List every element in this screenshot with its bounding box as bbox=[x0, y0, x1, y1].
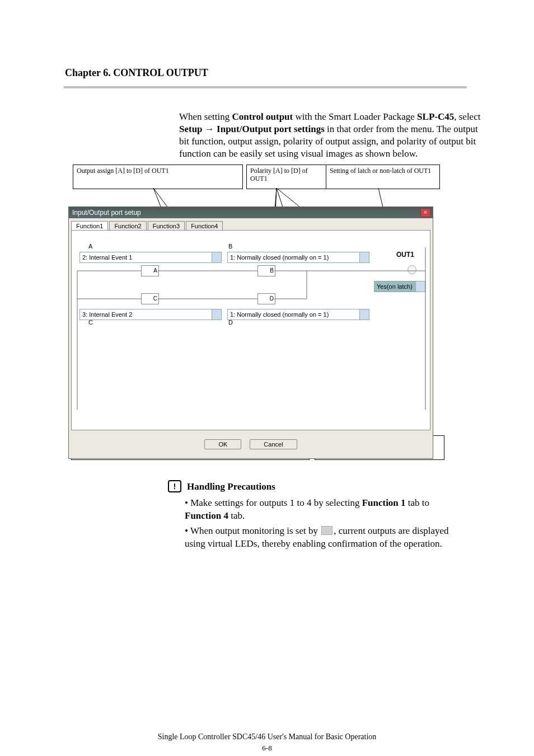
text: tab. bbox=[228, 510, 245, 521]
gate-b: B bbox=[257, 265, 275, 276]
select-polarity-d[interactable]: 1: Normally closed (normally on = 1) bbox=[227, 309, 369, 320]
tab-function4[interactable]: Function4 bbox=[186, 221, 223, 231]
select-d-value: 1: Normally closed (normally on = 1) bbox=[230, 311, 329, 318]
annotation-latch: Setting of latch or non-latch of OUT1 bbox=[326, 165, 440, 189]
page-number: 6-8 bbox=[0, 744, 534, 753]
section-title: Chapter 6. CONTROL OUTPUT bbox=[65, 67, 208, 79]
gate-c: C bbox=[141, 293, 159, 304]
select-b-value: 1: Normally closed (normally on = 1) bbox=[230, 254, 329, 261]
tab-function2[interactable]: Function2 bbox=[109, 221, 146, 231]
chevron-down-icon bbox=[362, 313, 367, 316]
close-icon[interactable]: × bbox=[420, 208, 430, 217]
bold: Function 1 bbox=[362, 497, 406, 508]
chevron-down-icon bbox=[214, 256, 219, 259]
annotation-polarity: Polarity [A] to [D] of OUT1 bbox=[246, 165, 327, 189]
text: → bbox=[203, 124, 217, 134]
text: tab to bbox=[406, 497, 430, 508]
bold: Control output bbox=[232, 111, 293, 122]
monitor-icon bbox=[321, 526, 332, 535]
tab-panel: A B C D 2: Internal Event 1 1: Normally … bbox=[71, 230, 430, 430]
window-titlebar: Input/Output port setup × bbox=[69, 207, 433, 218]
cancel-button[interactable]: Cancel bbox=[250, 439, 297, 449]
text: • When output monitoring is set by bbox=[185, 525, 320, 536]
gate-b-label: B bbox=[270, 267, 274, 274]
intro-paragraph: When setting Control output with the Sma… bbox=[179, 111, 481, 160]
select-output-assign-c[interactable]: 3: Internal Event 2 bbox=[79, 309, 222, 320]
bold: Input/Output port settings bbox=[217, 124, 325, 134]
chevron-down-icon bbox=[362, 256, 367, 259]
header-rule bbox=[64, 86, 467, 88]
bold: Function 4 bbox=[185, 510, 228, 521]
gate-c-label: C bbox=[153, 295, 157, 302]
gate-a: A bbox=[141, 265, 159, 276]
gate-a-label: A bbox=[153, 267, 157, 274]
bold: Setup bbox=[179, 124, 203, 134]
select-polarity-b[interactable]: 1: Normally closed (normally on = 1) bbox=[227, 252, 369, 263]
button-row: OK Cancel bbox=[69, 433, 433, 458]
text: • Make settings for outputs 1 to 4 by se… bbox=[185, 497, 362, 508]
out1-label: OUT1 bbox=[396, 251, 414, 259]
select-latch-value: Yes(on latch) bbox=[377, 283, 413, 290]
chevron-down-icon bbox=[214, 313, 219, 316]
bold: SLP-C45 bbox=[417, 111, 454, 122]
chevron-down-icon bbox=[418, 285, 423, 288]
precautions-heading: Handling Precautions bbox=[187, 481, 275, 492]
ok-button[interactable]: OK bbox=[204, 439, 241, 449]
select-a-value: 2: Internal Event 1 bbox=[82, 254, 132, 261]
text: When setting bbox=[179, 111, 232, 122]
label-b: B bbox=[228, 243, 232, 250]
handling-precautions: !Handling Precautions • Make settings fo… bbox=[168, 480, 459, 550]
tab-function3[interactable]: Function3 bbox=[148, 221, 185, 231]
select-output-assign-a[interactable]: 2: Internal Event 1 bbox=[79, 252, 222, 263]
window-title: Input/Output port setup bbox=[72, 209, 141, 217]
label-a: A bbox=[88, 243, 92, 250]
tab-function1[interactable]: Function1 bbox=[71, 221, 108, 231]
tab-strip: Function1 Function2 Function3 Function4 bbox=[69, 218, 433, 230]
out1-led-icon bbox=[407, 265, 416, 274]
text: , select bbox=[454, 111, 480, 122]
gate-d-label: D bbox=[270, 295, 274, 302]
select-latch[interactable]: Yes(on latch) bbox=[374, 281, 425, 292]
annotation-output-assign: Output assign [A] to [D] of OUT1 bbox=[73, 165, 243, 189]
caution-icon: ! bbox=[168, 480, 181, 492]
text: with the Smart Loader Package bbox=[293, 111, 417, 122]
gate-d: D bbox=[257, 293, 275, 304]
io-port-setup-window: Input/Output port setup × Function1 Func… bbox=[68, 206, 433, 459]
precaution-item-1: • Make settings for outputs 1 to 4 by se… bbox=[168, 496, 459, 522]
precaution-item-2: • When output monitoring is set by , cur… bbox=[168, 524, 459, 550]
footer-text: Single Loop Controller SDC45/46 User's M… bbox=[0, 732, 534, 741]
select-c-value: 3: Internal Event 2 bbox=[82, 311, 132, 318]
